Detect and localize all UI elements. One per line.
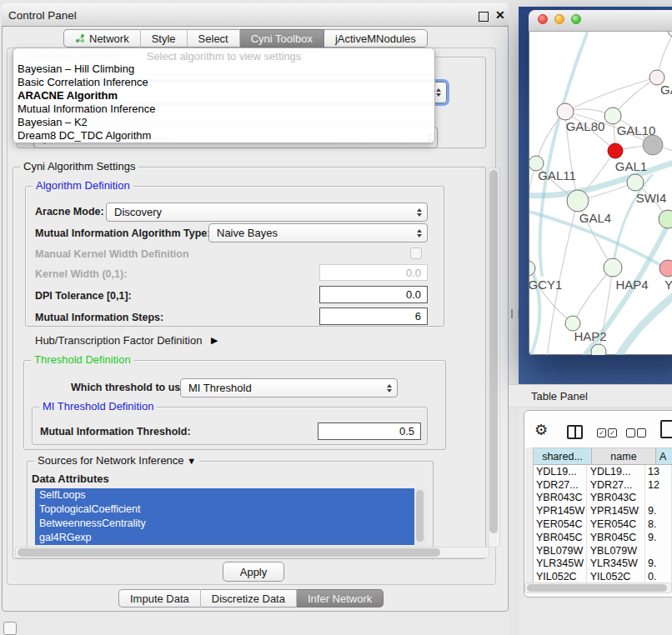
table-cell[interactable]: YLR345W xyxy=(534,558,587,571)
network-node-gal1[interactable] xyxy=(608,143,623,158)
minimize-traffic-light-icon[interactable] xyxy=(554,14,564,24)
bottom-tab-discretize-data[interactable]: Discretize Data xyxy=(201,589,297,608)
unchecked-checkbox-icon[interactable] xyxy=(637,428,646,438)
table-cell[interactable]: YLR345W xyxy=(587,558,645,571)
network-node[interactable] xyxy=(659,210,672,228)
gear-icon[interactable] xyxy=(534,421,548,439)
kernel-width-field[interactable]: 0.0 xyxy=(319,264,428,281)
tab-label: Select xyxy=(198,32,228,45)
table-cell[interactable]: 12 xyxy=(645,478,672,492)
zoom-traffic-light-icon[interactable] xyxy=(571,14,581,24)
table-cell[interactable]: YDR27... xyxy=(534,478,587,492)
column-header-a[interactable]: A xyxy=(656,448,672,465)
table-cell[interactable]: YBR043C xyxy=(534,492,587,505)
tab-style[interactable]: Style xyxy=(141,29,188,48)
table-cell[interactable]: YER054C xyxy=(534,518,587,531)
table-cell[interactable]: YPR145W xyxy=(534,504,587,518)
table-row[interactable]: YPR145WYPR145W9. xyxy=(534,504,672,518)
table-row[interactable]: YIL052CYIL052C0. xyxy=(534,570,672,583)
expand-right-icon[interactable]: ▶ xyxy=(211,335,218,346)
bottom-tab-impute-data[interactable]: Impute Data xyxy=(118,589,201,608)
network-node[interactable] xyxy=(668,32,672,38)
algorithm-option-dream8-dc-tdc-algorithm[interactable]: Dream8 DC_TDC Algorithm xyxy=(13,129,434,142)
settings-hscrollbar-thumb[interactable] xyxy=(18,548,440,557)
bottom-tab-infer-network[interactable]: Infer Network xyxy=(297,589,384,608)
dpi-tolerance-field[interactable]: 0.0 xyxy=(319,286,428,303)
table-row[interactable]: YDL19...YDL19...13 xyxy=(534,465,672,478)
close-icon[interactable]: ✕ xyxy=(495,8,505,22)
table-row[interactable]: YBR043CYBR043C xyxy=(534,492,672,505)
network-node[interactable] xyxy=(643,135,663,155)
algorithm-option-aracne-algorithm[interactable]: ARACNE Algorithm xyxy=(13,89,434,102)
attribute-item-betweennesscentrality[interactable]: BetweennessCentrality xyxy=(35,517,414,531)
column-header-shared[interactable]: shared... xyxy=(534,448,592,465)
network-node[interactable] xyxy=(591,344,606,355)
algorithm-option-mutual-information-inference[interactable]: Mutual Information Inference xyxy=(13,102,434,116)
table-cell[interactable]: YBL079W xyxy=(587,544,645,558)
table-cell[interactable] xyxy=(645,544,672,558)
table-hscrollbar-thumb[interactable] xyxy=(527,584,667,592)
checked-checkbox-icon[interactable] xyxy=(597,428,606,438)
table-cell[interactable]: YDR27... xyxy=(587,478,645,492)
network-node-hap4[interactable] xyxy=(604,258,622,277)
mi-threshold-field[interactable]: 0.5 xyxy=(318,422,421,440)
table-cell[interactable]: YER054C xyxy=(587,518,645,531)
table-cell[interactable]: YPR145W xyxy=(587,504,645,518)
table-cell[interactable]: YBL079W xyxy=(534,544,587,558)
table-row[interactable]: YBL079WYBL079W xyxy=(534,544,672,558)
algorithm-option-bayesian-k2[interactable]: Bayesian – K2 xyxy=(13,116,434,129)
table-doc-icon[interactable] xyxy=(660,420,672,438)
float-window-icon[interactable] xyxy=(479,12,489,22)
settings-vscrollbar-thumb[interactable] xyxy=(489,170,498,533)
apply-button[interactable]: Apply xyxy=(223,562,284,582)
collapse-down-icon[interactable]: ▼ xyxy=(187,456,196,466)
table-cell[interactable]: YIL052C xyxy=(534,570,587,583)
algorithm-option-basic-correlation-inference[interactable]: Basic Correlation Inference xyxy=(13,76,434,89)
table-row[interactable]: YLR345WYLR345W9. xyxy=(534,558,672,571)
hub-definition-label[interactable]: Hub/Transcription Factor Definition xyxy=(35,334,202,347)
table-cell[interactable]: 8. xyxy=(645,518,672,531)
table-cell[interactable]: 0. xyxy=(645,570,672,583)
network-node-gal80[interactable] xyxy=(557,103,574,120)
tab-jactivemnodules[interactable]: jActiveMNodules xyxy=(324,29,428,48)
attribute-item-selfloops[interactable]: SelfLoops xyxy=(35,488,414,502)
table-cell[interactable]: YDL19... xyxy=(587,465,645,478)
mi-steps-field[interactable]: 6 xyxy=(319,308,428,325)
tab-cyni-toolbox[interactable]: Cyni Toolbox xyxy=(240,29,324,48)
table-row[interactable]: YBR045CYBR045C9. xyxy=(534,531,672,544)
table-cell[interactable]: YBR045C xyxy=(587,531,645,544)
table-cell[interactable]: YBR045C xyxy=(534,531,587,544)
checked-checkbox-icon[interactable] xyxy=(608,428,617,438)
table-cell[interactable]: YDL19... xyxy=(534,465,587,478)
table-cell[interactable]: 9. xyxy=(645,531,672,544)
which-threshold-select[interactable]: MI Threshold xyxy=(180,378,398,398)
manual-kernel-checkbox[interactable] xyxy=(410,248,422,259)
network-node-gal10[interactable] xyxy=(604,108,621,124)
table-cell[interactable]: 13 xyxy=(645,465,672,478)
table-cell[interactable]: YIL052C xyxy=(587,570,645,583)
attributes-scrollbar-thumb[interactable] xyxy=(416,490,424,542)
tab-network[interactable]: Network xyxy=(63,29,141,48)
aracne-mode-select[interactable]: Discovery xyxy=(106,202,428,222)
split-columns-icon[interactable] xyxy=(567,425,583,439)
table-row[interactable]: YDR27...YDR27...12 xyxy=(534,478,672,492)
algorithm-option-bayesian-hill-climbing[interactable]: Bayesian – Hill Climbing xyxy=(13,62,434,76)
column-header-name[interactable]: name xyxy=(592,448,656,465)
table-cell[interactable] xyxy=(645,492,672,505)
table-cell[interactable]: 9. xyxy=(645,558,672,571)
tab-select[interactable]: Select xyxy=(188,29,240,48)
minimized-panel-icon[interactable] xyxy=(3,622,17,635)
unchecked-checkbox-icon[interactable] xyxy=(626,428,635,438)
table-row[interactable]: YER054CYER054C8. xyxy=(534,518,672,531)
network-node-gal4[interactable] xyxy=(567,190,589,212)
attribute-item-gal4rgexp[interactable]: gal4RGexp xyxy=(35,531,414,545)
network-node-y[interactable] xyxy=(659,260,672,277)
table-cell[interactable]: 9. xyxy=(645,504,672,518)
network-view[interactable]: GALGAL80GAL10GAL1GAL11SWI4GAL4GCY1HAP4YH… xyxy=(529,32,672,355)
table-cell[interactable]: YBR043C xyxy=(587,492,645,505)
attribute-item-topologicalcoefficient[interactable]: TopologicalCoefficient xyxy=(35,502,414,517)
network-node-swi4[interactable] xyxy=(627,174,644,191)
close-traffic-light-icon[interactable] xyxy=(538,14,548,24)
mi-algorithm-type-select[interactable]: Naive Bayes xyxy=(208,223,428,242)
network-window-titlebar[interactable] xyxy=(529,10,672,32)
